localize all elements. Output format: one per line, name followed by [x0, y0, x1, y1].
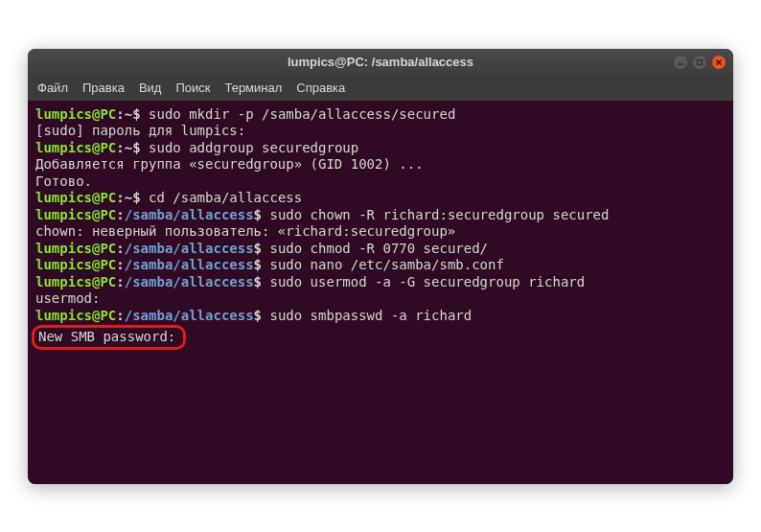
prompt-path: /samba/allaccess [125, 241, 254, 256]
prompt-dollar: $ [132, 106, 140, 122]
terminal-output: [sudo] пароль для lumpics: [35, 123, 726, 140]
close-button[interactable] [712, 56, 726, 69]
command-text: sudo nano /etc/samba/smb.conf [262, 257, 504, 272]
prompt-path: /samba/allaccess [125, 308, 254, 323]
prompt-path: ~ [125, 190, 132, 205]
terminal-window: lumpics@PC: /samba/allaccess Файл Правка… [28, 49, 733, 484]
maximize-button[interactable] [693, 56, 706, 69]
prompt-user: lumpics@PC [35, 190, 116, 205]
prompt-path: ~ [125, 140, 132, 155]
prompt-user: lumpics@PC [35, 308, 116, 323]
terminal-line: lumpics@PC:~$ sudo addgroup securedgroup [35, 140, 726, 157]
window-controls [674, 56, 726, 69]
terminal-line: lumpics@PC:/samba/allaccess$ sudo usermo… [35, 274, 726, 291]
terminal-output: Готово. [35, 173, 726, 191]
terminal-output: chown: неверный пользователь: «richard:s… [35, 223, 726, 241]
prompt-dollar: $ [132, 190, 140, 205]
menu-search[interactable]: Поиск [175, 81, 210, 95]
prompt-user: lumpics@PC [35, 257, 116, 272]
prompt-dollar: $ [254, 274, 262, 289]
prompt-user: lumpics@PC [35, 241, 116, 256]
command-text: sudo addgroup securedgroup [141, 140, 359, 155]
prompt-dollar: $ [254, 241, 262, 256]
svg-rect-1 [698, 59, 703, 64]
prompt-dollar: $ [254, 308, 262, 323]
menu-edit[interactable]: Правка [82, 81, 125, 95]
terminal-line: New SMB password: [35, 324, 726, 350]
command-text: cd /samba/allaccess [141, 190, 303, 205]
minimize-button[interactable] [674, 56, 687, 69]
prompt-user: lumpics@PC [35, 106, 116, 122]
prompt-path: /samba/allaccess [125, 274, 254, 289]
terminal-body[interactable]: lumpics@PC:~$ sudo mkdir -p /samba/allac… [28, 101, 733, 484]
prompt-path: ~ [125, 106, 132, 122]
command-text: sudo chmod -R 0770 secured/ [262, 241, 488, 256]
menu-help[interactable]: Справка [296, 81, 345, 95]
prompt-user: lumpics@PC [35, 140, 116, 155]
command-text: sudo chown -R richard:securedgroup secur… [262, 207, 609, 222]
menubar: Файл Правка Вид Поиск Терминал Справка [28, 76, 733, 101]
titlebar: lumpics@PC: /samba/allaccess [28, 49, 733, 76]
command-text: sudo mkdir -p /samba/allaccess/secured [141, 106, 456, 122]
prompt-dollar: $ [132, 140, 140, 155]
prompt-dollar: $ [254, 257, 262, 272]
terminal-line: lumpics@PC:~$ sudo mkdir -p /samba/allac… [35, 106, 726, 124]
minimize-icon [677, 58, 684, 66]
highlight-annotation: New SMB password: [32, 325, 186, 350]
terminal-line: lumpics@PC:/samba/allaccess$ sudo smbpas… [35, 308, 726, 325]
prompt-dollar: $ [254, 207, 262, 222]
prompt-user: lumpics@PC [35, 207, 116, 222]
command-text: sudo smbpasswd -a richard [262, 308, 472, 323]
menu-view[interactable]: Вид [139, 81, 162, 95]
close-icon [715, 58, 723, 66]
prompt-path: /samba/allaccess [125, 257, 254, 272]
window-title: lumpics@PC: /samba/allaccess [288, 55, 473, 69]
terminal-line: lumpics@PC:/samba/allaccess$ sudo chmod … [35, 241, 726, 258]
terminal-output: usermod: [35, 290, 726, 308]
prompt-user: lumpics@PC [35, 274, 116, 289]
menu-terminal[interactable]: Терминал [224, 81, 282, 95]
terminal-output: Добавляется группа «securedgroup» (GID 1… [35, 156, 726, 173]
terminal-line: lumpics@PC:/samba/allaccess$ sudo chown … [35, 207, 726, 224]
terminal-line: lumpics@PC:~$ cd /samba/allaccess [35, 190, 726, 207]
terminal-line: lumpics@PC:/samba/allaccess$ sudo nano /… [35, 257, 726, 274]
terminal-output: New SMB password: [38, 329, 175, 344]
command-text: sudo usermod -a -G securedgroup richard [262, 274, 585, 289]
prompt-path: /samba/allaccess [125, 207, 254, 222]
maximize-icon [696, 58, 703, 66]
menu-file[interactable]: Файл [37, 81, 68, 95]
